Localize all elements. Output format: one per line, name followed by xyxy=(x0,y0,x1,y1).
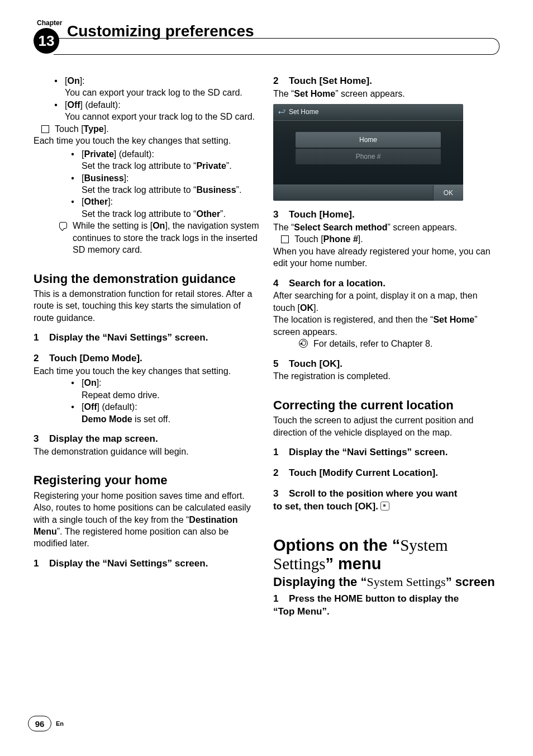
step-text: Touch [Home]. xyxy=(289,209,355,220)
bullet-dot-icon: • xyxy=(53,99,59,123)
step-text: Display the “Navi Settings” screen. xyxy=(289,447,448,457)
reference-row: For details, refer to Chapter 8. xyxy=(299,338,499,349)
text: Set the track log attribute to “ xyxy=(82,161,196,171)
step3-desc: The “Select Search method” screen appear… xyxy=(273,221,499,233)
page-number: 96 xyxy=(28,716,51,731)
bullet-dot-icon: • xyxy=(69,196,76,220)
text: The location is registered, and then the… xyxy=(273,315,433,324)
text: While the setting is [ xyxy=(73,221,153,230)
list-item: • [Off] (default): Demo Mode is set off. xyxy=(69,401,260,425)
list-item: • [On]: Repeat demo drive. xyxy=(69,377,260,401)
list-item: • [Business]: Set the track log attribut… xyxy=(69,172,260,196)
demo-off-label: Off xyxy=(84,402,97,412)
text: ”. xyxy=(236,185,242,195)
step-heading: 2Touch [Set Home]. xyxy=(273,75,499,88)
bullet-dot-icon: • xyxy=(69,148,76,172)
phone-desc: When you have already registered your ho… xyxy=(273,245,499,270)
step-heading: 1Press the HOME button to display the xyxy=(273,593,499,606)
page-footer: 96 En xyxy=(28,716,64,731)
chapter-title: Customizing preferences xyxy=(53,23,499,39)
demo-each-time: Each time you touch the key changes that… xyxy=(34,365,260,377)
chapter-header: 13 Customizing preferences xyxy=(34,23,499,58)
step2-desc: The “Set Home” screen appears. xyxy=(273,88,499,100)
demo-begin-text: The demonstration guidance will begin. xyxy=(34,446,260,457)
left-column: • [On]: You can export your track log to… xyxy=(34,75,260,618)
screen-name: System Settings xyxy=(367,575,445,589)
text-bold: OK xyxy=(300,303,313,313)
demo-off-default: (default): xyxy=(99,402,137,412)
section-display-screen: Displaying the “System Settings” screen xyxy=(273,575,499,589)
step-text: Display the “Navi Settings” screen. xyxy=(49,558,208,569)
step-text: Touch [OK]. xyxy=(289,358,342,369)
step-text: Display the “Navi Settings” screen. xyxy=(49,332,208,343)
right-column: 2Touch [Set Home]. The “Set Home” screen… xyxy=(273,75,499,618)
text: ]. xyxy=(313,303,318,313)
frame-header: ⮐ Set Home xyxy=(273,104,463,121)
frame-title: Set Home xyxy=(289,107,318,116)
step-heading: 1Display the “Navi Settings” screen. xyxy=(273,446,499,459)
option-private-default: (default): xyxy=(116,149,154,159)
option-other-label: Other xyxy=(84,197,108,206)
bullet-dot-icon: • xyxy=(69,377,76,401)
step-text: Display the map screen. xyxy=(49,433,158,444)
set-home-screenshot: ⮐ Set Home Home Phone # OK xyxy=(273,104,499,201)
section-options-menu: Options on the “System Settings” menu xyxy=(273,536,499,573)
text: Touch [ xyxy=(294,234,323,244)
step-heading: 5Touch [OK]. xyxy=(273,358,499,371)
text: Options on the “ xyxy=(273,536,400,554)
step3b-line: to set, then touch [OK]. xyxy=(273,500,499,513)
key-type: Type xyxy=(84,124,104,134)
text-bold: Set Home xyxy=(433,315,474,324)
note-row: While the setting is [On], the navigatio… xyxy=(59,220,260,256)
step4-p2: The location is registered, and then the… xyxy=(273,314,499,338)
text: ”. xyxy=(226,161,232,171)
text-bold: Other xyxy=(196,209,220,219)
bullet-dot-icon: • xyxy=(69,172,76,196)
text-bold: Business xyxy=(196,185,236,195)
back-arrow-icon[interactable]: ⮐ xyxy=(278,106,285,117)
list-item: • [Other]: Set the track log attribute t… xyxy=(69,196,260,220)
section-demo-guidance: Using the demonstration guidance xyxy=(34,271,260,287)
section-correct-location: Correcting the current location xyxy=(273,397,499,413)
square-bullet-icon xyxy=(281,235,289,243)
section-end-icon xyxy=(380,502,389,511)
step-heading: 3Touch [Home]. xyxy=(273,209,499,221)
text: is set off. xyxy=(132,414,170,424)
text: The “ xyxy=(273,89,294,98)
step1b-line: “Top Menu”. xyxy=(273,606,499,618)
step-text: Touch [Set Home]. xyxy=(289,75,372,86)
frame-row-phone[interactable]: Phone # xyxy=(296,149,441,164)
demo-on-label: On xyxy=(84,378,96,388)
list-item: • [Private] (default): Set the track log… xyxy=(69,148,260,172)
step-text: Press the HOME button to display the xyxy=(289,593,459,604)
option-off-default: (default): xyxy=(83,100,121,110)
step-text: Touch [Demo Mode]. xyxy=(49,353,142,363)
text: Set the track log attribute to “ xyxy=(82,209,196,219)
bullet-dot-icon: • xyxy=(53,75,59,99)
key-phone: Phone # xyxy=(323,234,358,244)
text: ”. The registered home position can also… xyxy=(34,527,229,548)
correct-intro: Touch the screen to adjust the current p… xyxy=(273,414,499,438)
step-text: Search for a location. xyxy=(289,278,386,289)
option-off-desc: You cannot export your track log to the … xyxy=(65,111,260,122)
text: ]. xyxy=(358,234,363,244)
option-private-label: Private xyxy=(84,149,113,159)
text: Displaying the “ xyxy=(273,575,367,589)
bullet-dot-icon: • xyxy=(69,401,76,425)
text: ” screen appears. xyxy=(335,89,405,98)
text: ” screen appears. xyxy=(388,223,458,232)
text: ” menu xyxy=(325,555,381,573)
frame-row-home[interactable]: Home xyxy=(296,132,441,148)
step-text: Scroll to the position where you want xyxy=(289,488,457,499)
home-intro: Registering your home position saves tim… xyxy=(34,490,260,550)
frame-ok-button[interactable]: OK xyxy=(433,185,463,201)
text-bold: On xyxy=(153,221,165,230)
step-text: Touch [Modify Current Location]. xyxy=(289,467,438,478)
note-icon xyxy=(59,222,67,229)
demo-on-text: Repeat demo drive. xyxy=(82,389,260,401)
text: Touch [ xyxy=(55,124,84,134)
step-heading: 3Display the map screen. xyxy=(34,433,260,446)
reference-icon xyxy=(299,339,308,348)
section-register-home: Registering your home xyxy=(34,472,260,488)
option-business-label: Business xyxy=(84,173,123,183)
